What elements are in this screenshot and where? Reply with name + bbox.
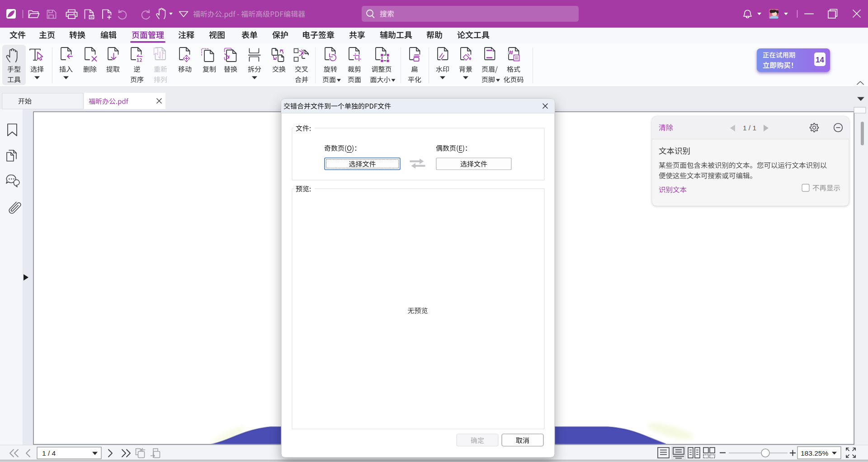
svg-text:14: 14 (816, 56, 824, 64)
svg-text:1 / 4: 1 / 4 (42, 449, 56, 457)
svg-text:183.25%: 183.25% (801, 449, 828, 457)
svg-text:1 / 1: 1 / 1 (743, 124, 756, 132)
